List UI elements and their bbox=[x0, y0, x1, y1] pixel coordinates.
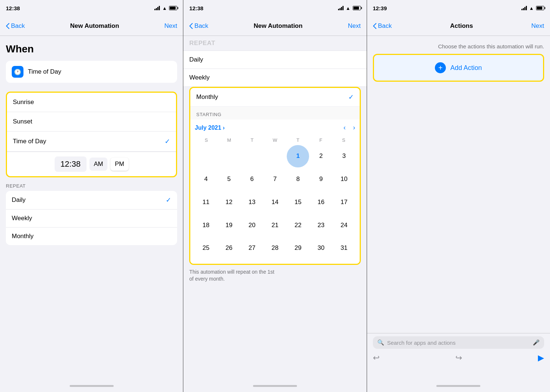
cal-day-18[interactable]: 18 bbox=[195, 214, 217, 236]
battery-icon-1 bbox=[169, 6, 177, 10]
screen2: 12:38 ▲ Back New Automation bbox=[183, 0, 367, 392]
next-button-2[interactable]: Next bbox=[348, 22, 361, 30]
repeat-top-options: Daily Weekly bbox=[183, 51, 366, 87]
monthly-option[interactable]: Monthly ✓ bbox=[190, 88, 359, 107]
status-bar-2: 12:38 ▲ bbox=[183, 0, 366, 16]
search-input-row[interactable]: 🔍 Search for apps and actions 🎤 bbox=[373, 336, 544, 349]
status-bar-1: 12:38 ▲ bbox=[0, 0, 183, 16]
time-of-day-check-icon: ✓ bbox=[165, 137, 170, 145]
cal-next-button[interactable]: › bbox=[353, 124, 355, 132]
cal-day-13[interactable]: 13 bbox=[241, 191, 263, 214]
sunrise-option[interactable]: Sunrise bbox=[7, 93, 176, 112]
actions-description: Choose the actions this automation will … bbox=[367, 36, 550, 54]
calendar-month-title: July 2021 › bbox=[195, 125, 224, 131]
search-bar: 🔍 Search for apps and actions 🎤 ↩ ↪ ▶ bbox=[367, 333, 550, 367]
cal-day-29[interactable]: 29 bbox=[287, 237, 309, 259]
weekly-repeat-option[interactable]: Weekly bbox=[6, 210, 177, 228]
cal-day-4[interactable]: 4 bbox=[195, 168, 217, 191]
cal-day-22[interactable]: 22 bbox=[287, 214, 309, 236]
weekly-option-s2[interactable]: Weekly bbox=[183, 69, 366, 87]
daily-check-icon: ✓ bbox=[166, 196, 171, 204]
calendar-weekdays: S M T W T F S bbox=[195, 137, 355, 144]
sunset-option[interactable]: Sunset bbox=[7, 112, 176, 132]
repeat-note: This automation will repeat on the 1stof… bbox=[183, 265, 366, 287]
cal-day-12[interactable]: 12 bbox=[218, 191, 240, 214]
wifi-icon-2: ▲ bbox=[346, 5, 351, 11]
add-action-button[interactable]: + Add Action bbox=[373, 54, 544, 82]
time-of-day-option[interactable]: Time of Day ✓ bbox=[7, 132, 176, 152]
next-button-3[interactable]: Next bbox=[531, 22, 544, 30]
back-button-2[interactable]: Back bbox=[189, 22, 208, 30]
status-time-2: 12:38 bbox=[189, 5, 203, 11]
repeat-section-label: REPEAT bbox=[0, 177, 183, 191]
cal-day-10[interactable]: 10 bbox=[333, 168, 355, 191]
cal-day-9[interactable]: 9 bbox=[310, 168, 332, 191]
status-time-1: 12:38 bbox=[6, 5, 20, 11]
time-picker[interactable]: 12:38 AM PM bbox=[7, 152, 176, 176]
daily-option-s2[interactable]: Daily bbox=[183, 51, 366, 69]
cal-day-14[interactable]: 14 bbox=[264, 191, 286, 214]
cal-day-3[interactable]: 3 bbox=[333, 145, 355, 167]
screen3-content: Choose the actions this automation will … bbox=[367, 36, 550, 380]
search-icon: 🔍 bbox=[377, 339, 384, 346]
search-placeholder: Search for apps and actions bbox=[387, 340, 530, 346]
screen1: 12:38 ▲ Back New Automation bbox=[0, 0, 183, 392]
home-indicator-3 bbox=[367, 380, 550, 392]
trigger-row[interactable]: 🕐 Time of Day bbox=[6, 61, 177, 83]
daily-repeat-option[interactable]: Daily ✓ bbox=[6, 191, 177, 210]
signal-icon-3 bbox=[521, 6, 527, 10]
cal-prev-button[interactable]: ‹ bbox=[344, 124, 346, 132]
screens-container: 12:38 ▲ Back New Automation bbox=[0, 0, 550, 392]
nav-title-1: New Automation bbox=[70, 22, 119, 30]
cal-day-21[interactable]: 21 bbox=[264, 214, 286, 236]
cal-day-28[interactable]: 28 bbox=[264, 237, 286, 259]
when-section: When 🕐 Time of Day bbox=[0, 36, 183, 92]
cal-day-17[interactable]: 17 bbox=[333, 191, 355, 214]
cal-day-27[interactable]: 27 bbox=[241, 237, 263, 259]
calendar-box: Monthly ✓ STARTING July 2021 › ‹ › bbox=[189, 87, 360, 265]
time-display[interactable]: 12:38 bbox=[55, 156, 87, 172]
calendar-nav: ‹ › bbox=[344, 124, 355, 132]
cal-day-30[interactable]: 30 bbox=[310, 237, 332, 259]
monthly-check-icon: ✓ bbox=[348, 93, 354, 101]
cal-day-6[interactable]: 6 bbox=[241, 168, 263, 191]
undo-icon[interactable]: ↩ bbox=[373, 353, 380, 363]
cal-day-7[interactable]: 7 bbox=[264, 168, 286, 191]
cal-day-5[interactable]: 5 bbox=[218, 168, 240, 191]
back-button-1[interactable]: Back bbox=[6, 22, 25, 30]
signal-icon-2 bbox=[338, 6, 344, 10]
nav-bar-2: Back New Automation Next bbox=[183, 16, 366, 36]
chevron-right-month-icon: › bbox=[223, 125, 224, 131]
nav-bar-1: Back New Automation Next bbox=[0, 16, 183, 36]
redo-icon[interactable]: ↪ bbox=[455, 353, 462, 363]
monthly-repeat-option[interactable]: Monthly bbox=[6, 228, 177, 245]
cal-day-8[interactable]: 8 bbox=[287, 168, 309, 191]
clock-icon: 🕐 bbox=[12, 66, 23, 78]
cal-day-24[interactable]: 24 bbox=[333, 214, 355, 236]
am-button[interactable]: AM bbox=[89, 158, 108, 171]
when-heading: When bbox=[6, 43, 177, 55]
cal-day-11[interactable]: 11 bbox=[195, 191, 217, 214]
starting-label: STARTING bbox=[190, 107, 359, 119]
cal-day-16[interactable]: 16 bbox=[310, 191, 332, 214]
pm-button[interactable]: PM bbox=[110, 158, 129, 171]
screen3: 12:39 ▲ Back Actions Next bbox=[367, 0, 550, 392]
cal-day-25[interactable]: 25 bbox=[195, 237, 217, 259]
home-indicator-1 bbox=[0, 380, 183, 392]
calendar: July 2021 › ‹ › S M T W T bbox=[190, 119, 359, 264]
cal-day-2[interactable]: 2 bbox=[310, 145, 332, 167]
microphone-icon[interactable]: 🎤 bbox=[533, 339, 540, 346]
status-bar-3: 12:39 ▲ bbox=[367, 0, 550, 16]
cal-day-23[interactable]: 23 bbox=[310, 214, 332, 236]
back-button-3[interactable]: Back bbox=[373, 22, 392, 30]
cal-day-31[interactable]: 31 bbox=[333, 237, 355, 259]
play-icon[interactable]: ▶ bbox=[538, 353, 544, 363]
next-button-1[interactable]: Next bbox=[164, 22, 177, 30]
trigger-label: Time of Day bbox=[28, 68, 61, 75]
cal-day-20[interactable]: 20 bbox=[241, 214, 263, 236]
cal-day-1[interactable]: 1 bbox=[287, 145, 309, 167]
cal-day-26[interactable]: 26 bbox=[218, 237, 240, 259]
nav-title-2: New Automation bbox=[254, 22, 302, 30]
cal-day-19[interactable]: 19 bbox=[218, 214, 240, 236]
cal-day-15[interactable]: 15 bbox=[287, 191, 309, 214]
